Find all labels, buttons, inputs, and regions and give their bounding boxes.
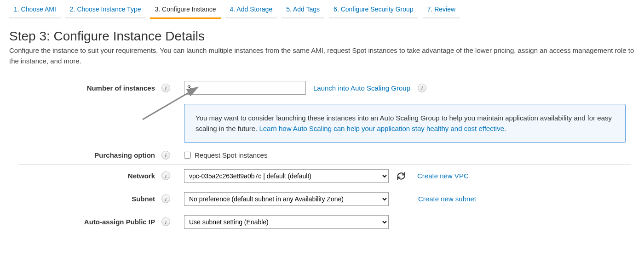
- row-purchasing-option: Purchasing option i Request Spot instanc…: [9, 146, 635, 164]
- info-icon[interactable]: i: [161, 84, 170, 92]
- request-spot-label: Request Spot instances: [195, 151, 267, 159]
- label-subnet: Subnet: [132, 195, 155, 203]
- network-select[interactable]: vpc-035a2c263e89a0b7c | default (default…: [184, 169, 389, 183]
- wizard-step-choose-ami[interactable]: 1. Choose AMI: [9, 3, 61, 18]
- info-icon[interactable]: i: [161, 217, 170, 226]
- info-icon[interactable]: i: [418, 84, 426, 92]
- subnet-select[interactable]: No preference (default subnet in any Ava…: [184, 192, 389, 206]
- wizard-step-review[interactable]: 7. Review: [423, 3, 460, 18]
- wizard-step-configure-instance[interactable]: 3. Configure Instance: [150, 3, 220, 19]
- page-description: Configure the instance to suit your requ…: [9, 46, 635, 66]
- request-spot-checkbox-wrap[interactable]: Request Spot instances: [184, 151, 267, 159]
- row-network: Network i vpc-035a2c263e89a0b7c | defaul…: [9, 165, 635, 188]
- wizard-step-add-storage[interactable]: 4. Add Storage: [225, 3, 277, 18]
- info-icon[interactable]: i: [161, 151, 170, 159]
- create-subnet-link[interactable]: Create new subnet: [418, 195, 476, 203]
- number-of-instances-input[interactable]: [184, 81, 306, 95]
- wizard-step-add-tags[interactable]: 5. Add Tags: [282, 3, 324, 18]
- request-spot-checkbox[interactable]: [184, 152, 191, 159]
- label-auto-assign-public-ip: Auto-assign Public IP: [84, 218, 155, 226]
- asg-notice-period: .: [504, 125, 506, 132]
- asg-notice: You may want to consider launching these…: [184, 104, 626, 143]
- label-number-of-instances: Number of instances: [87, 84, 155, 92]
- page-title: Step 3: Configure Instance Details: [9, 29, 635, 44]
- row-auto-assign-public-ip: Auto-assign Public IP i Use subnet setti…: [9, 211, 635, 234]
- wizard-step-configure-security-group[interactable]: 6. Configure Security Group: [329, 3, 418, 18]
- wizard-step-choose-instance-type[interactable]: 2. Choose Instance Type: [65, 3, 146, 18]
- label-network: Network: [128, 172, 155, 180]
- public-ip-select[interactable]: Use subnet setting (Enable): [184, 215, 389, 229]
- label-purchasing-option: Purchasing option: [94, 151, 155, 159]
- row-number-of-instances: Number of instances i Launch into Auto S…: [9, 76, 635, 99]
- info-icon[interactable]: i: [161, 194, 170, 203]
- launch-asg-link[interactable]: Launch into Auto Scaling Group: [313, 84, 410, 92]
- create-vpc-link[interactable]: Create new VPC: [417, 172, 469, 180]
- row-subnet: Subnet i No preference (default subnet i…: [9, 188, 635, 211]
- refresh-icon[interactable]: [396, 171, 406, 181]
- asg-learn-more-link[interactable]: Learn how Auto Scaling can help your app…: [259, 125, 504, 132]
- info-icon[interactable]: i: [161, 171, 170, 180]
- wizard-nav: 1. Choose AMI 2. Choose Instance Type 3.…: [9, 0, 635, 19]
